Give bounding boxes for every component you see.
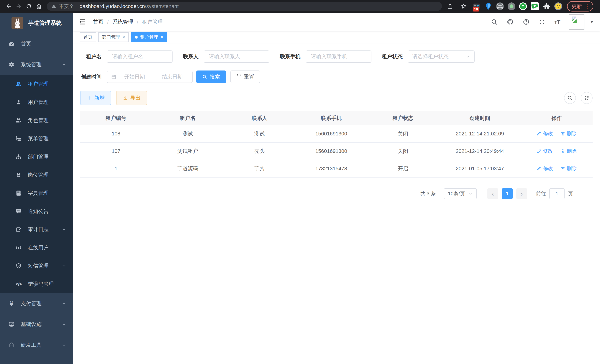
sidebar-item-pay[interactable]: ¥ 支付管理: [0, 293, 73, 314]
fullscreen-icon[interactable]: [538, 18, 546, 26]
breadcrumb-home[interactable]: 首页: [93, 18, 103, 25]
sidebar-logo[interactable]: 芋道管理系统: [0, 13, 73, 33]
cell-actions: 修改 删除: [521, 160, 593, 177]
close-icon[interactable]: ×: [122, 35, 125, 40]
bookmark-star-icon[interactable]: [459, 1, 469, 11]
sidebar-item-infra[interactable]: 基础设施: [0, 314, 73, 335]
header-search-icon[interactable]: [490, 18, 498, 26]
font-size-icon[interactable]: TT: [554, 19, 560, 25]
sidebar-toggle-icon[interactable]: [79, 18, 87, 26]
address-bar[interactable]: 不安全 dashboard.yudao.iocoder.cn/system/te…: [47, 2, 442, 11]
edit-link[interactable]: 修改: [537, 165, 553, 172]
sidebar-item-user[interactable]: 用户管理: [0, 93, 73, 111]
tab-home[interactable]: 首页: [80, 32, 96, 42]
sidebar-item-dept[interactable]: 部门管理: [0, 148, 73, 166]
breadcrumb-separator: /: [137, 19, 138, 25]
add-button[interactable]: 新增: [80, 91, 111, 105]
url-host: dashboard.yudao.iocoder.cn: [80, 3, 145, 9]
search-icon: [567, 95, 573, 101]
extension-kite-icon[interactable]: [484, 2, 492, 10]
sidebar-item-system[interactable]: 系统管理: [0, 54, 73, 75]
close-icon[interactable]: ×: [161, 35, 163, 40]
profile-avatar-icon[interactable]: [554, 2, 562, 10]
sidebar-item-sms[interactable]: 短信管理: [0, 257, 73, 275]
pagination: 共 3 条 10条/页 ‹ 1 › 前往 页: [80, 188, 593, 199]
status-select[interactable]: 请选择租户状态: [408, 50, 475, 63]
edit-link[interactable]: 修改: [537, 130, 553, 137]
pencil-icon: [537, 166, 542, 171]
delete-link[interactable]: 删除: [561, 148, 577, 154]
cell-created: 2021-12-14 20:49:44: [439, 142, 521, 160]
prev-page-button[interactable]: ‹: [488, 188, 498, 199]
browser-forward-icon[interactable]: [14, 1, 24, 11]
delete-link[interactable]: 删除: [561, 165, 577, 172]
start-date-placeholder: 开始日期: [118, 73, 151, 80]
browser-menu-dots-icon[interactable]: ⋮: [585, 3, 590, 9]
sidebar-item-post[interactable]: 岗位管理: [0, 166, 73, 184]
cell-contact: 测试: [224, 125, 295, 142]
create-time-range-picker[interactable]: 开始日期 - 结束日期: [107, 71, 193, 83]
tenant-name-group: [107, 50, 173, 63]
sidebar-item-audit-log[interactable]: 审计日志: [0, 220, 73, 239]
url-text[interactable]: dashboard.yudao.iocoder.cn/system/tenant: [80, 3, 179, 9]
chevron-down-icon: [62, 227, 66, 232]
filter-row-2: 创建时间 开始日期 - 结束日期 搜索: [80, 71, 593, 83]
edit-link[interactable]: 修改: [537, 148, 553, 154]
browser-toolbar: 不安全 dashboard.yudao.iocoder.cn/system/te…: [0, 0, 600, 13]
tab-label: 部门管理: [102, 34, 120, 40]
goto-page-input[interactable]: [549, 188, 564, 199]
extensions-puzzle-icon[interactable]: [543, 2, 551, 10]
main: 首页 / 系统管理 / 租户管理: [73, 13, 600, 364]
extension-command-icon[interactable]: [496, 2, 504, 10]
chevron-down-icon: [62, 322, 66, 327]
extension-y-icon[interactable]: [519, 2, 527, 10]
next-page-button[interactable]: ›: [516, 188, 527, 199]
page-size-select[interactable]: 10条/页: [444, 188, 477, 199]
page-1-button[interactable]: 1: [502, 188, 513, 199]
sidebar-item-tenant[interactable]: 租户管理: [0, 75, 73, 93]
sidebar-item-label: 租户管理: [28, 81, 49, 88]
chrome-update-button[interactable]: 更新 ⋮: [567, 1, 593, 11]
comment-icon: [15, 208, 22, 215]
security-label[interactable]: 不安全: [59, 3, 74, 10]
browser-reload-icon[interactable]: [24, 1, 34, 11]
user-avatar-broken-image[interactable]: [569, 14, 584, 30]
extension-record-icon[interactable]: [508, 2, 516, 10]
extension-chat-icon[interactable]: [531, 2, 539, 10]
extension-tabs-icon[interactable]: 10: [472, 2, 480, 10]
refresh-table-button[interactable]: [581, 92, 593, 104]
mobile-input[interactable]: [306, 50, 371, 63]
sidebar-item-home[interactable]: 首页: [0, 33, 73, 54]
contact-input[interactable]: [204, 50, 269, 63]
search-button[interactable]: 搜索: [196, 71, 226, 83]
breadcrumb-system[interactable]: 系统管理: [112, 18, 133, 25]
reset-button[interactable]: 重置: [230, 71, 260, 83]
sidebar-item-notice[interactable]: 通知公告: [0, 202, 73, 220]
sidebar-item-online-users[interactable]: 在线用户: [0, 239, 73, 257]
help-icon[interactable]: [523, 18, 530, 26]
briefcase-icon: [8, 342, 15, 348]
browser-actions: 10 更新 ⋮: [445, 1, 593, 11]
page-suffix-label: 页: [568, 190, 573, 197]
sidebar-item-role[interactable]: 角色管理: [0, 111, 73, 130]
github-icon[interactable]: [506, 18, 514, 26]
show-search-toggle-button[interactable]: [564, 92, 576, 104]
extension-badge: 10: [473, 7, 479, 11]
tenant-name-input[interactable]: [107, 50, 173, 63]
end-date-placeholder: 结束日期: [156, 73, 188, 80]
tags-view: 首页 部门管理 × 租户管理 ×: [73, 31, 600, 43]
sidebar-item-errcode[interactable]: </> 错误码管理: [0, 275, 73, 293]
sidebar-item-menu[interactable]: 菜单管理: [0, 130, 73, 148]
share-icon[interactable]: [445, 1, 455, 11]
browser-home-icon[interactable]: [34, 1, 44, 11]
avatar-dropdown-caret-icon[interactable]: ▼: [590, 19, 594, 25]
delete-link[interactable]: 删除: [561, 130, 577, 137]
tab-tenant[interactable]: 租户管理 ×: [131, 32, 167, 42]
omnibox-divider: [77, 3, 77, 9]
sidebar-item-dict[interactable]: 字典管理: [0, 184, 73, 202]
tab-dept[interactable]: 部门管理 ×: [98, 32, 129, 42]
sidebar-item-devtools[interactable]: 研发工具: [0, 335, 73, 355]
sidebar-item-label: 通知公告: [28, 208, 49, 215]
browser-back-icon[interactable]: [4, 1, 14, 11]
export-button[interactable]: 导出: [116, 91, 147, 105]
